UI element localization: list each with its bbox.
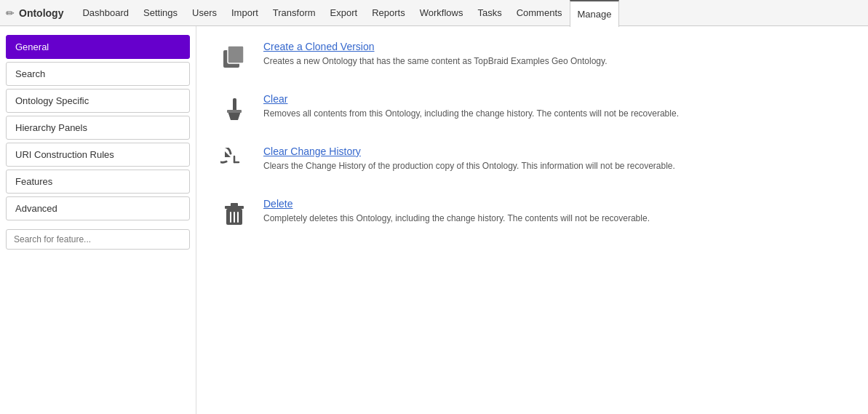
app-icon: ✏ (6, 7, 15, 19)
nav-item-reports[interactable]: Reports (365, 0, 413, 26)
nav-item-workflows[interactable]: Workflows (413, 0, 471, 26)
history-icon (218, 146, 250, 178)
sidebar-item-ontology-specific[interactable]: Ontology Specific (6, 89, 190, 113)
action-clone-details: Create a Cloned Version Creates a new On… (263, 41, 846, 68)
sidebar-item-advanced[interactable]: Advanced (6, 196, 190, 220)
clear-history-description: Clears the Change History of the product… (263, 160, 846, 172)
nav-item-settings[interactable]: Settings (136, 0, 185, 26)
sidebar-item-general[interactable]: General (6, 35, 190, 59)
action-clear-history-details: Clear Change History Clears the Change H… (263, 146, 846, 172)
clone-link[interactable]: Create a Cloned Version (263, 41, 375, 52)
top-navigation: ✏ Ontology Dashboard Settings Users Impo… (0, 0, 868, 26)
svg-rect-10 (231, 203, 238, 207)
svg-rect-1 (228, 46, 244, 63)
clear-link[interactable]: Clear (263, 93, 287, 105)
nav-item-transform[interactable]: Transform (266, 0, 323, 26)
delete-link[interactable]: Delete (263, 198, 292, 210)
delete-description: Completely deletes this Ontology, includ… (263, 212, 846, 225)
nav-item-comments[interactable]: Comments (509, 0, 570, 26)
nav-item-import[interactable]: Import (224, 0, 266, 26)
action-clone: Create a Cloned Version Creates a new On… (218, 41, 846, 73)
clear-history-link[interactable]: Clear Change History (263, 146, 361, 157)
action-clear: Clear Removes all contents from this Ont… (218, 93, 846, 125)
action-clear-details: Clear Removes all contents from this Ont… (263, 93, 846, 120)
sidebar-item-hierarchy-panels[interactable]: Hierarchy Panels (6, 116, 190, 140)
sidebar-item-search[interactable]: Search (6, 62, 190, 86)
clone-description: Creates a new Ontology that has the same… (263, 55, 846, 68)
app-title: Ontology (19, 7, 63, 19)
sidebar-item-uri-construction-rules[interactable]: URI Construction Rules (6, 143, 190, 167)
main-content: Create a Cloned Version Creates a new On… (196, 26, 868, 414)
sidebar-item-features[interactable]: Features (6, 170, 190, 194)
nav-item-tasks[interactable]: Tasks (470, 0, 509, 26)
svg-rect-2 (233, 98, 236, 111)
action-delete: Delete Completely deletes this Ontology,… (218, 198, 846, 230)
delete-icon (218, 198, 250, 230)
svg-rect-4 (227, 110, 242, 113)
nav-item-users[interactable]: Users (185, 0, 224, 26)
main-layout: General Search Ontology Specific Hierarc… (0, 26, 868, 414)
sidebar: General Search Ontology Specific Hierarc… (0, 26, 196, 414)
action-clear-history: Clear Change History Clears the Change H… (218, 146, 846, 178)
clear-description: Removes all contents from this Ontology,… (263, 108, 846, 120)
nav-item-manage[interactable]: Manage (570, 0, 620, 27)
nav-item-dashboard[interactable]: Dashboard (75, 0, 136, 26)
action-delete-details: Delete Completely deletes this Ontology,… (263, 198, 846, 225)
feature-search-input[interactable] (6, 229, 190, 250)
clone-icon (218, 41, 250, 73)
nav-item-export[interactable]: Export (323, 0, 365, 26)
clear-icon (218, 93, 250, 125)
